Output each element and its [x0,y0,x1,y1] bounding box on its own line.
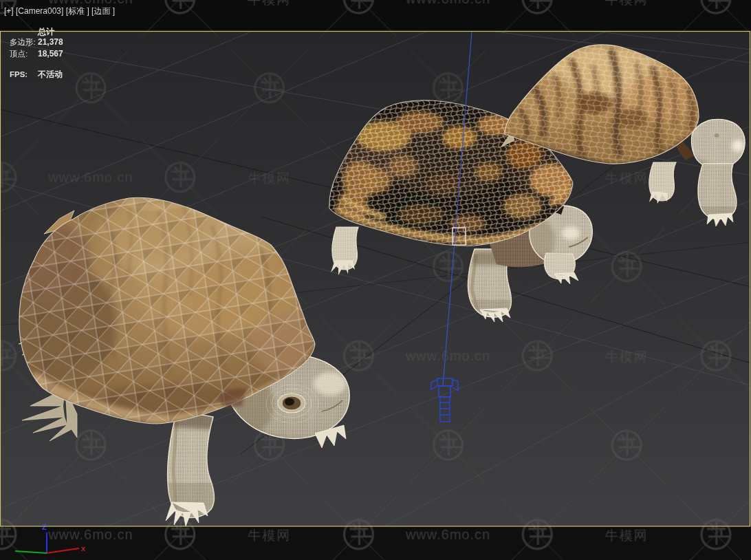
svg-text:多边形:: 多边形: [10,38,36,46]
svg-text:Z: Z [42,523,47,531]
svg-text:18,567: 18,567 [38,49,63,58]
svg-text:21,378: 21,378 [38,37,63,47]
svg-text:顶点:: 顶点: [9,50,28,58]
svg-text:FPS:: FPS: [10,70,28,78]
svg-text:不活动: 不活动 [37,69,63,79]
svg-text:[+] [Camera003] [标准 ] [边面 ]: [+] [Camera003] [标准 ] [边面 ] [4,6,115,16]
svg-text:x: x [81,544,86,552]
